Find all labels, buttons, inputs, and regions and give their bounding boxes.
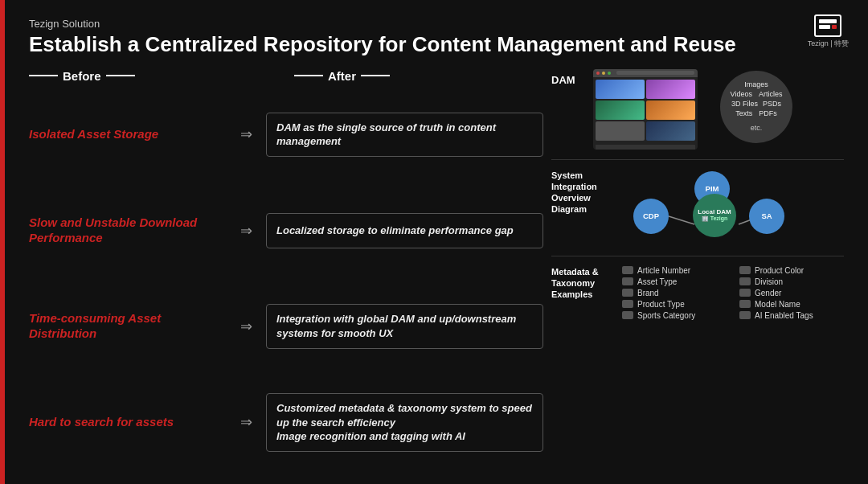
filetype-3dfiles: 3D Files (731, 100, 758, 108)
meta-dot-8 (622, 311, 633, 319)
header-line-left (29, 75, 58, 76)
meta-text-1: Product Color (755, 266, 804, 275)
after-box-4: Customized metadata & taxonomy system to… (266, 393, 543, 452)
meta-dot-5 (739, 289, 751, 297)
meta-text-5: Gender (755, 289, 781, 297)
bubble-circle: Images Videos Articles 3D Files PSDs (720, 71, 792, 143)
node-sa-label: SA (761, 211, 772, 220)
meta-item-4: Brand (622, 289, 727, 297)
img-thumb-4 (646, 100, 695, 120)
svg-line-4 (669, 216, 694, 224)
img-thumb-3 (596, 100, 645, 120)
img-thumb-5 (596, 121, 645, 141)
tezign-label: 🏢 Tezign (698, 215, 731, 222)
meta-text-2: Asset Type (637, 277, 677, 286)
divider-1 (551, 159, 844, 160)
bubble-row-4: Texts PDFs (735, 109, 777, 117)
filetype-videos: Videos (731, 90, 752, 98)
after-line-left (294, 75, 323, 76)
table-row: Isolated Asset Storage ⇒ DAM as the sing… (29, 89, 543, 180)
node-local-label: Local DAM 🏢 Tezign (698, 208, 731, 223)
meta-text-9: AI Enabled Tags (755, 311, 813, 320)
arrow-3: ⇒ (226, 318, 266, 335)
arrow-2: ⇒ (226, 222, 266, 240)
after-header: After (294, 69, 543, 83)
content-area: Before After Isolated Asset Storage ⇒ (29, 69, 844, 468)
meta-dot-0 (622, 266, 633, 274)
meta-item-9: AI Enabled Tags (739, 311, 844, 320)
before-item-3: Time-consuming Asset Distribution (29, 311, 226, 342)
meta-text-8: Sports Category (637, 311, 695, 320)
before-item-2: Slow and Unstable Download Performance (29, 215, 226, 246)
meta-dot-6 (622, 300, 633, 308)
dot-r (596, 72, 600, 75)
after-line-right (361, 75, 390, 76)
node-local-dam: Local DAM 🏢 Tezign (693, 194, 736, 237)
after-box-1: DAM as the single source of truth in con… (266, 113, 543, 157)
logo-area: Tezign | 特赞 (808, 14, 849, 49)
node-pim-label: PIM (706, 184, 719, 193)
arrow-4: ⇒ (226, 413, 266, 431)
browser-mock (593, 69, 698, 150)
node-cdp: CDP (633, 199, 669, 234)
col-headers: Before After (29, 69, 543, 83)
before-item-1: Isolated Asset Storage (29, 127, 226, 142)
after-box-2: Localized storage to eliminate performan… (266, 213, 543, 248)
meta-dot-3 (739, 277, 751, 285)
dot-g (608, 72, 611, 75)
meta-text-4: Brand (637, 289, 659, 297)
comparison-rows: Isolated Asset Storage ⇒ DAM as the sing… (29, 89, 543, 468)
system-integration-block: System Integration Overview Diagram (551, 170, 844, 246)
meta-text-7: Model Name (755, 300, 800, 309)
meta-item-5: Gender (739, 289, 844, 297)
filetype-images: Images (744, 80, 768, 88)
arrow-icon-1: ⇒ (240, 125, 252, 143)
img-thumb-1 (596, 80, 645, 99)
meta-item-6: Product Type (622, 300, 727, 309)
solution-label: Tezign Solution (29, 18, 844, 30)
browser-content (593, 77, 698, 143)
metadata-block: Metadata & Taxonomy Examples Article Num… (551, 266, 844, 320)
divider-2 (551, 256, 844, 256)
system-label: System Integration Overview Diagram (551, 170, 616, 215)
logo-text: Tezign | 特赞 (808, 39, 849, 49)
meta-dot-4 (622, 289, 633, 297)
header-line-right (106, 75, 135, 76)
after-box-3: Integration with global DAM and up/downs… (266, 304, 543, 348)
bubble-row-1: Images (744, 80, 768, 88)
diagram-area: PIM Local DAM 🏢 Tezign CDP (622, 170, 844, 246)
meta-dot-1 (739, 266, 751, 274)
img-thumb-2 (646, 80, 695, 99)
meta-item-1: Product Color (739, 266, 844, 275)
dam-block: DAM (551, 69, 844, 150)
dam-visual: Images Videos Articles 3D Files PSDs (593, 69, 844, 150)
meta-grid: Article NumberProduct ColorAsset TypeDiv… (622, 266, 844, 320)
bubble-row-2: Videos Articles (731, 90, 783, 98)
browser-list (596, 145, 695, 150)
logo-icon (814, 14, 841, 37)
meta-item-2: Asset Type (622, 277, 727, 286)
right-section: DAM (551, 69, 844, 468)
main-container: Tezign | 特赞 Tezign Solution Establish a … (0, 0, 868, 484)
before-after-section: Before After Isolated Asset Storage ⇒ (29, 69, 543, 468)
svg-rect-1 (819, 25, 830, 29)
table-row: Time-consuming Asset Distribution ⇒ Inte… (29, 281, 543, 371)
filetype-psds: PSDs (763, 100, 781, 108)
meta-label: Metadata & Taxonomy Examples (551, 266, 616, 301)
node-sa: SA (749, 199, 784, 234)
arrow-1: ⇒ (226, 125, 266, 143)
dot-y (602, 72, 605, 75)
before-header: Before (29, 69, 254, 83)
local-dam-text: Local DAM (698, 208, 731, 216)
after-label: After (328, 69, 356, 83)
arrow-icon-2: ⇒ (240, 222, 252, 240)
meta-dot-9 (739, 311, 751, 319)
filetype-articles: Articles (759, 90, 783, 98)
bubble-row-3: 3D Files PSDs (731, 100, 781, 108)
browser-bar (593, 69, 698, 77)
meta-item-0: Article Number (622, 266, 727, 275)
table-row: Hard to search for assets ⇒ Customized m… (29, 377, 543, 468)
meta-item-3: Division (739, 277, 844, 286)
dam-label: DAM (551, 69, 585, 86)
meta-item-7: Model Name (739, 300, 844, 309)
